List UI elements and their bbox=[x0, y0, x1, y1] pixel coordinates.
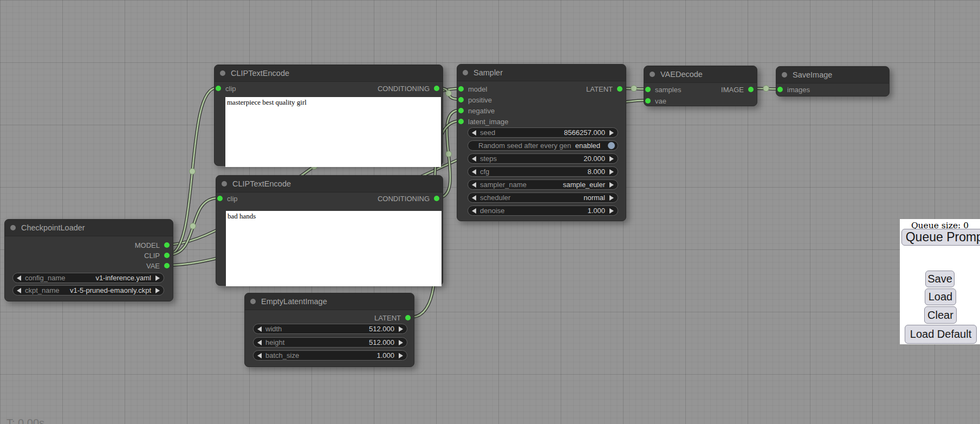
output-slot-conditioning[interactable]: CONDITIONING bbox=[378, 193, 439, 204]
increment-arrow-icon[interactable] bbox=[609, 195, 614, 201]
input-port-icon[interactable] bbox=[645, 87, 651, 92]
input-port-icon[interactable] bbox=[777, 87, 783, 92]
increment-arrow-icon[interactable] bbox=[609, 169, 614, 175]
increment-arrow-icon[interactable] bbox=[399, 326, 403, 332]
node-save-image[interactable]: SaveImage images bbox=[776, 66, 890, 97]
widget-batch-size[interactable]: batch_size 1.000 bbox=[253, 350, 407, 361]
queue-prompt-button[interactable]: Queue Prompt bbox=[901, 229, 980, 246]
increment-arrow-icon[interactable] bbox=[609, 208, 614, 214]
output-slot-model[interactable]: MODEL bbox=[135, 240, 170, 250]
input-port-icon[interactable] bbox=[645, 98, 651, 104]
widget-denoise[interactable]: denoise 1.000 bbox=[468, 205, 618, 216]
prompt-textarea[interactable]: masterpiece best quality girl bbox=[225, 97, 441, 167]
input-slot-negative[interactable]: negative bbox=[458, 105, 495, 116]
increment-arrow-icon[interactable] bbox=[155, 275, 160, 281]
node-collapse-icon[interactable] bbox=[222, 181, 227, 187]
node-collapse-icon[interactable] bbox=[782, 72, 787, 78]
widget-scheduler[interactable]: scheduler normal bbox=[468, 192, 618, 203]
input-port-icon[interactable] bbox=[217, 196, 223, 201]
node-collapse-icon[interactable] bbox=[250, 299, 256, 304]
output-slot-vae[interactable]: VAE bbox=[146, 260, 170, 271]
input-slot-vae[interactable]: vae bbox=[645, 95, 666, 106]
input-port-icon[interactable] bbox=[458, 108, 464, 113]
input-port-icon[interactable] bbox=[458, 97, 464, 102]
decrement-arrow-icon[interactable] bbox=[257, 353, 262, 358]
widget-width[interactable]: width 512.000 bbox=[253, 324, 407, 334]
widget-height[interactable]: height 512.000 bbox=[253, 337, 407, 348]
node-clip-text-encode-positive[interactable]: CLIPTextEncode clip CONDITIONING masterp… bbox=[214, 65, 443, 166]
output-slot-conditioning[interactable]: CONDITIONING bbox=[378, 83, 439, 94]
decrement-arrow-icon[interactable] bbox=[472, 169, 476, 175]
output-slot-latent[interactable]: LATENT bbox=[586, 83, 622, 94]
increment-arrow-icon[interactable] bbox=[399, 353, 403, 358]
widget-random-seed-toggle[interactable]: Random seed after every gen enabled bbox=[468, 140, 618, 151]
node-title-bar[interactable]: SaveImage bbox=[776, 67, 889, 83]
decrement-arrow-icon[interactable] bbox=[472, 130, 476, 136]
increment-arrow-icon[interactable] bbox=[399, 340, 403, 345]
increment-arrow-icon[interactable] bbox=[609, 130, 614, 136]
widget-cfg[interactable]: cfg 8.000 bbox=[468, 166, 618, 177]
node-clip-text-encode-negative[interactable]: CLIPTextEncode clip CONDITIONING bad han… bbox=[216, 175, 443, 286]
widget-sampler-name[interactable]: sampler_name sample_euler bbox=[468, 179, 618, 190]
node-vae-decode[interactable]: VAEDecode samples vae IMAGE bbox=[644, 66, 757, 106]
node-checkpoint-loader[interactable]: CheckpointLoader MODEL CLIP VAE config_n… bbox=[4, 219, 173, 301]
increment-arrow-icon[interactable] bbox=[609, 182, 614, 188]
output-slot-image[interactable]: IMAGE bbox=[721, 84, 754, 95]
decrement-arrow-icon[interactable] bbox=[257, 326, 262, 332]
input-port-icon[interactable] bbox=[458, 119, 464, 124]
decrement-arrow-icon[interactable] bbox=[472, 156, 476, 162]
node-title-bar[interactable]: CLIPTextEncode bbox=[215, 65, 443, 82]
input-slot-clip[interactable]: clip bbox=[217, 193, 238, 204]
input-port-icon[interactable] bbox=[216, 86, 221, 91]
menu-panel: Queue size: 0 Queue Prompt Save Load Cle… bbox=[900, 219, 980, 344]
output-port-icon[interactable] bbox=[748, 87, 754, 92]
node-title-bar[interactable]: Sampler bbox=[457, 65, 626, 81]
input-slot-latent-image[interactable]: latent_image bbox=[458, 116, 508, 127]
node-title-bar[interactable]: VAEDecode bbox=[644, 66, 757, 83]
node-title-bar[interactable]: EmptyLatentImage bbox=[245, 293, 414, 310]
toggle-circle-icon[interactable] bbox=[608, 142, 615, 149]
decrement-arrow-icon[interactable] bbox=[472, 208, 476, 214]
node-collapse-icon[interactable] bbox=[650, 72, 655, 77]
decrement-arrow-icon[interactable] bbox=[257, 340, 262, 345]
output-port-icon[interactable] bbox=[164, 253, 170, 258]
widget-ckpt-name[interactable]: ckpt_name v1-5-pruned-emaonly.ckpt bbox=[12, 285, 164, 295]
node-sampler[interactable]: Sampler model positive negative latent_i… bbox=[457, 64, 626, 221]
output-port-icon[interactable] bbox=[434, 196, 439, 201]
load-button[interactable]: Load bbox=[925, 288, 956, 305]
decrement-arrow-icon[interactable] bbox=[17, 275, 21, 281]
node-collapse-icon[interactable] bbox=[463, 70, 468, 75]
graph-canvas[interactable]: CheckpointLoader MODEL CLIP VAE config_n… bbox=[0, 0, 980, 424]
input-slot-images[interactable]: images bbox=[777, 84, 810, 95]
save-button[interactable]: Save bbox=[925, 271, 955, 287]
link-midpoint-dot bbox=[190, 169, 196, 175]
prompt-textarea[interactable]: bad hands bbox=[226, 211, 442, 286]
output-port-icon[interactable] bbox=[164, 263, 170, 268]
input-slot-samples[interactable]: samples bbox=[645, 84, 681, 95]
clear-button[interactable]: Clear bbox=[924, 306, 957, 324]
increment-arrow-icon[interactable] bbox=[155, 288, 160, 293]
output-port-icon[interactable] bbox=[434, 86, 439, 91]
node-collapse-icon[interactable] bbox=[10, 225, 16, 230]
input-slot-model[interactable]: model bbox=[458, 83, 487, 94]
output-port-icon[interactable] bbox=[617, 86, 622, 92]
decrement-arrow-icon[interactable] bbox=[472, 195, 476, 201]
input-slot-clip[interactable]: clip bbox=[216, 83, 236, 94]
output-slot-clip[interactable]: CLIP bbox=[144, 250, 170, 261]
widget-seed[interactable]: seed 8566257.000 bbox=[468, 127, 618, 138]
load-default-button[interactable]: Load Default bbox=[905, 325, 977, 344]
output-slot-latent[interactable]: LATENT bbox=[374, 312, 411, 323]
input-port-icon[interactable] bbox=[458, 86, 464, 92]
input-slot-positive[interactable]: positive bbox=[458, 94, 492, 105]
increment-arrow-icon[interactable] bbox=[609, 156, 614, 162]
node-collapse-icon[interactable] bbox=[220, 70, 225, 76]
output-port-icon[interactable] bbox=[405, 315, 411, 320]
node-empty-latent-image[interactable]: EmptyLatentImage LATENT width 512.000 he… bbox=[244, 293, 414, 367]
decrement-arrow-icon[interactable] bbox=[17, 288, 21, 293]
node-title-bar[interactable]: CLIPTextEncode bbox=[216, 176, 443, 192]
widget-config-name[interactable]: config_name v1-inference.yaml bbox=[12, 273, 164, 283]
output-port-icon[interactable] bbox=[164, 242, 170, 248]
decrement-arrow-icon[interactable] bbox=[472, 182, 476, 188]
node-title-bar[interactable]: CheckpointLoader bbox=[5, 220, 173, 236]
widget-steps[interactable]: steps 20.000 bbox=[468, 153, 618, 164]
